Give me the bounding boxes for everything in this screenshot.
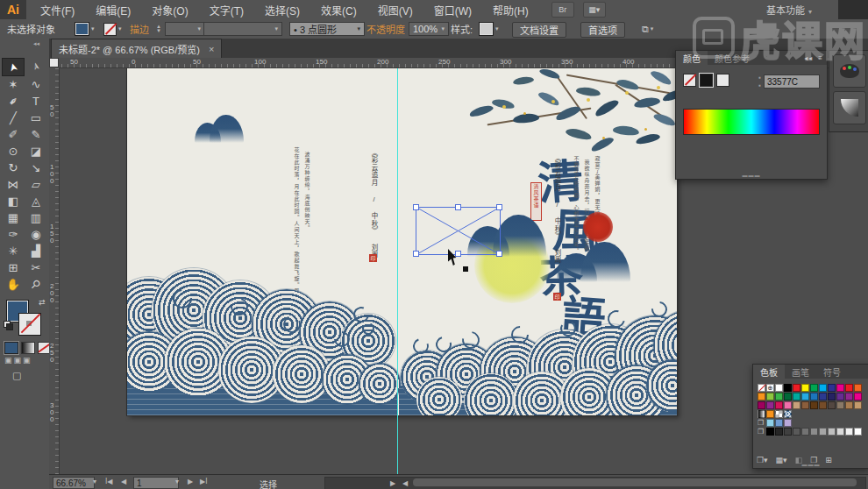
swatch-color[interactable] xyxy=(801,428,809,436)
swatch-color[interactable] xyxy=(793,393,800,400)
panel-collapse-icon[interactable]: ◂◂ xyxy=(804,54,816,62)
swatch-color[interactable] xyxy=(828,393,836,400)
swatch-color[interactable] xyxy=(845,384,853,392)
selection-bounding-box[interactable] xyxy=(416,207,501,255)
gradient-tool[interactable]: ▥ xyxy=(25,209,47,226)
selection-handle[interactable] xyxy=(496,251,502,257)
tab-color-guide[interactable]: 颜色参考 xyxy=(708,51,757,66)
swatch-color[interactable] xyxy=(775,393,783,400)
eraser-tool[interactable]: ◪ xyxy=(25,143,47,159)
brush-definition-dropdown[interactable]: • 3 点圆形▾ xyxy=(289,22,365,36)
swatch-color[interactable] xyxy=(784,419,792,427)
vertical-ruler[interactable]: 50100150200250300 xyxy=(49,67,60,474)
gradient-panel-icon[interactable] xyxy=(833,91,866,124)
tab-color[interactable]: 颜色 xyxy=(676,51,708,66)
swatch-color[interactable] xyxy=(854,384,862,392)
color-spectrum-bar[interactable] xyxy=(683,109,820,135)
swatch-color[interactable] xyxy=(810,428,818,436)
stroke-weight-stepper[interactable]: ▲▼ xyxy=(156,22,163,36)
opacity-link[interactable]: 不透明度 xyxy=(366,22,405,36)
swatch-color[interactable] xyxy=(766,410,774,418)
menu-item-2[interactable]: 对象(O) xyxy=(141,0,198,20)
menu-item-4[interactable]: 选择(S) xyxy=(254,0,310,20)
menu-item-1[interactable]: 编辑(E) xyxy=(85,0,141,20)
hex-color-field[interactable]: 33577C xyxy=(764,74,820,89)
white-swatch[interactable] xyxy=(716,74,729,87)
type-tool[interactable]: T xyxy=(25,93,47,110)
lasso-tool[interactable]: ∿ xyxy=(25,76,47,93)
swatch-color[interactable] xyxy=(758,393,765,400)
left-mountain-graphic[interactable] xyxy=(195,115,244,143)
right-mountain-graphic[interactable] xyxy=(557,242,630,282)
swatch-kinds-icon[interactable]: ▦▾ xyxy=(776,456,787,464)
tab-swatches[interactable]: 色板 xyxy=(753,365,785,379)
scrollbar-thumb[interactable] xyxy=(413,478,857,486)
poem-column[interactable]: 波涌万种缠绵，海底倒映天。 xyxy=(303,152,310,292)
guide-line[interactable] xyxy=(397,67,398,474)
close-icon[interactable]: × xyxy=(209,44,214,54)
swatch-color[interactable] xyxy=(793,428,800,436)
menu-item-7[interactable]: 窗口(W) xyxy=(423,0,482,20)
mesh-tool[interactable]: ▦ xyxy=(2,209,25,226)
swatch-none[interactable] xyxy=(758,384,765,392)
stroke-link[interactable]: 描边 xyxy=(130,22,149,36)
swatch-color[interactable] xyxy=(766,419,774,427)
swatch-libraries-icon[interactable]: ❐▾ xyxy=(757,456,768,464)
ruler-origin-box[interactable] xyxy=(49,58,59,67)
panel-collapse-icon[interactable]: ◂◂ xyxy=(33,40,39,47)
swatch-color[interactable] xyxy=(775,401,783,409)
variable-width-profile-dropdown[interactable]: ▾ xyxy=(203,22,282,36)
swatch-color[interactable] xyxy=(810,384,818,392)
selection-handle[interactable] xyxy=(413,251,419,257)
swatch-color[interactable] xyxy=(836,428,844,436)
swatch-color[interactable] xyxy=(845,428,853,436)
swatch-color[interactable] xyxy=(775,428,783,436)
swatch-color[interactable] xyxy=(793,401,800,409)
arrange-documents-icon[interactable]: ▦▾ xyxy=(583,2,606,18)
swatch-color[interactable] xyxy=(784,401,792,409)
next-artboard-icon[interactable]: ▶ xyxy=(188,478,193,485)
artboard-tool[interactable]: ⊞ xyxy=(2,259,25,276)
swatch-registration[interactable]: ⊕ xyxy=(766,384,774,392)
swatch-color[interactable] xyxy=(828,401,836,409)
swatch-color[interactable] xyxy=(836,401,844,409)
preferences-button[interactable]: 首选项 xyxy=(580,22,625,38)
menu-item-6[interactable]: 视图(V) xyxy=(367,0,423,20)
stroke-weight-field[interactable]: ▾ xyxy=(165,22,205,36)
panel-resize-handle[interactable]: ▬▬▬ xyxy=(802,462,821,467)
zoom-dropdown-icon[interactable]: ▾ xyxy=(93,478,96,485)
width-tool[interactable]: ⋈ xyxy=(2,176,25,193)
swatch-color[interactable] xyxy=(828,384,836,392)
swatch-color[interactable] xyxy=(819,384,827,392)
swatch-color[interactable] xyxy=(810,393,818,400)
swatch-color[interactable] xyxy=(801,384,809,392)
zoom-level-field[interactable]: 66.67% xyxy=(53,477,95,489)
swatch-color[interactable] xyxy=(854,401,862,409)
scroll-right-icon[interactable]: ▶ xyxy=(390,479,395,487)
red-sun-graphic[interactable] xyxy=(583,212,613,242)
swatch-color[interactable] xyxy=(793,384,800,392)
blend-tool[interactable]: ◉ xyxy=(25,226,47,243)
workspace-switcher[interactable]: 基本功能▾ xyxy=(766,3,812,17)
draw-normal-icon[interactable]: ▣ xyxy=(4,356,12,365)
screen-mode-button[interactable]: ▢ xyxy=(12,370,21,381)
blob-brush-tool[interactable]: ⊙ xyxy=(2,143,25,159)
swatch-pattern[interactable] xyxy=(775,410,783,418)
swatch-color[interactable] xyxy=(828,428,836,436)
swatch-color[interactable] xyxy=(819,428,827,436)
seal-stamp[interactable]: 印 xyxy=(553,293,561,301)
rectangle-tool[interactable]: ▭ xyxy=(25,110,47,126)
scroll-left-icon[interactable]: ◀ xyxy=(402,479,408,487)
none-swatch[interactable] xyxy=(683,74,696,87)
magic-wand-tool[interactable]: ✶ xyxy=(2,76,25,93)
swatch-color[interactable] xyxy=(784,428,792,436)
line-segment-tool[interactable]: ╱ xyxy=(2,110,25,126)
swatch-gradient[interactable] xyxy=(758,410,765,418)
selection-handle[interactable] xyxy=(496,204,502,210)
horizontal-scrollbar[interactable]: ▶ ◀ xyxy=(324,477,866,489)
menu-item-8[interactable]: 帮助(H) xyxy=(482,0,539,20)
default-fill-stroke-icon[interactable] xyxy=(4,321,12,330)
selection-tool[interactable]: ➤ xyxy=(2,58,25,76)
swatch-color[interactable] xyxy=(845,401,853,409)
pencil-tool[interactable]: ✎ xyxy=(25,126,47,143)
